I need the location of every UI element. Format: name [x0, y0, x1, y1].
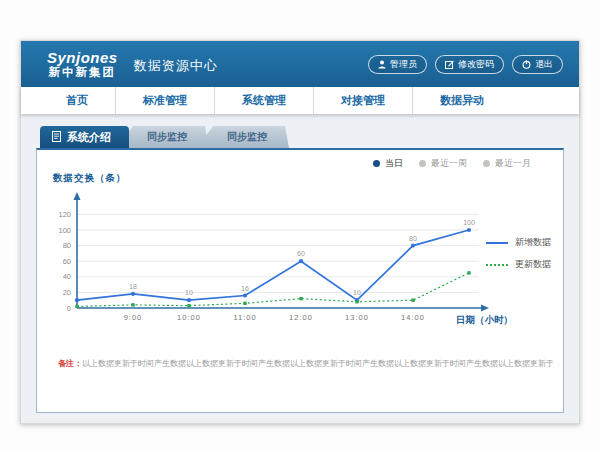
- svg-text:60: 60: [63, 257, 71, 266]
- nav-item-interface-mgmt[interactable]: 对接管理: [313, 87, 412, 114]
- svg-text:0: 0: [67, 304, 71, 313]
- filter-last-week-label: 最近一周: [431, 157, 467, 170]
- svg-text:100: 100: [58, 226, 71, 235]
- time-range-filters: 当日 最近一周 最近一月: [373, 157, 531, 170]
- change-password-label: 修改密码: [458, 58, 494, 71]
- tab-sync-monitor-1[interactable]: 同步监控: [117, 126, 209, 148]
- nav-item-home[interactable]: 首页: [39, 87, 115, 114]
- filter-last-month-label: 最近一月: [495, 157, 531, 170]
- svg-text:20: 20: [63, 288, 71, 297]
- solid-line-icon: [486, 242, 508, 244]
- legend-updated-data: 更新数据: [486, 258, 551, 271]
- tab-sync-monitor-2-label: 同步监控: [227, 130, 267, 144]
- header-actions: 管理员 修改密码 退出: [368, 55, 563, 74]
- app-window: Synjones 新中新集团 数据资源中心 管理员 修改密码 退出: [20, 40, 580, 424]
- svg-text:13:00: 13:00: [345, 313, 369, 322]
- radio-selected-icon: [373, 160, 380, 167]
- nav-item-standard-mgmt[interactable]: 标准管理: [115, 87, 214, 114]
- svg-text:40: 40: [63, 272, 71, 281]
- top-header: Synjones 新中新集团 数据资源中心 管理员 修改密码 退出: [21, 41, 579, 87]
- admin-user-button[interactable]: 管理员: [368, 55, 427, 74]
- footnote: 备注：以上数据更新于时间产生数据以上数据更新于时间产生数据以上数据更新于时间产生…: [58, 358, 553, 369]
- content-area: 系统介绍 同步监控 同步监控 当日 最近一周: [21, 114, 579, 423]
- filter-last-week[interactable]: 最近一周: [419, 157, 467, 170]
- logo-text-cn: 新中新集团: [47, 66, 118, 78]
- svg-text:10: 10: [185, 289, 193, 296]
- radio-unselected-icon: [483, 160, 490, 167]
- footnote-prefix: 备注：: [58, 359, 82, 368]
- nav-item-system-mgmt[interactable]: 系统管理: [214, 87, 313, 114]
- svg-text:日期（小时）: 日期（小时）: [456, 314, 513, 326]
- nav-item-data-change[interactable]: 数据异动: [412, 87, 511, 114]
- tab-sync-monitor-2[interactable]: 同步监控: [197, 126, 289, 148]
- filter-today-label: 当日: [385, 157, 403, 170]
- radio-unselected-icon: [419, 160, 426, 167]
- page-title: 数据资源中心: [134, 53, 218, 75]
- logout-label: 退出: [535, 58, 553, 71]
- document-icon: [52, 131, 61, 144]
- svg-text:10: 10: [353, 289, 361, 296]
- main-nav: 首页 标准管理 系统管理 对接管理 数据异动: [21, 87, 579, 114]
- y-axis-title: 数据交换（条）: [53, 172, 127, 185]
- series-legend: 新增数据 更新数据: [486, 236, 551, 280]
- user-icon: [378, 60, 386, 69]
- edit-icon: [445, 60, 454, 69]
- tab-bar: 系统介绍 同步监控 同步监控: [40, 126, 564, 148]
- chart-panel: 当日 最近一周 最近一月 数据交换（条） 0204060801001209:00…: [36, 148, 564, 413]
- svg-text:16: 16: [241, 285, 249, 292]
- legend-new-data: 新增数据: [486, 236, 551, 249]
- logout-button[interactable]: 退出: [512, 55, 563, 74]
- svg-text:12:00: 12:00: [289, 313, 313, 322]
- admin-user-label: 管理员: [390, 58, 417, 71]
- logo-text-en: Synjones: [47, 50, 118, 66]
- svg-text:14:00: 14:00: [401, 313, 425, 322]
- svg-text:18: 18: [129, 283, 137, 290]
- dotted-line-icon: [486, 264, 508, 266]
- tab-system-intro-label: 系统介绍: [67, 130, 111, 145]
- tab-sync-monitor-1-label: 同步监控: [147, 130, 187, 144]
- company-logo: Synjones 新中新集团: [47, 50, 118, 78]
- svg-text:120: 120: [58, 210, 71, 219]
- svg-text:80: 80: [409, 235, 417, 242]
- line-chart: 0204060801001209:0010:0011:0012:0013:001…: [45, 190, 519, 336]
- svg-text:9:00: 9:00: [124, 313, 143, 322]
- line-chart-svg: 0204060801001209:0010:0011:0012:0013:001…: [45, 190, 519, 332]
- legend-updated-data-label: 更新数据: [515, 258, 551, 271]
- change-password-button[interactable]: 修改密码: [435, 55, 504, 74]
- tab-system-intro[interactable]: 系统介绍: [40, 126, 129, 148]
- filter-last-month[interactable]: 最近一月: [483, 157, 531, 170]
- svg-text:10:00: 10:00: [177, 313, 201, 322]
- footnote-text: 以上数据更新于时间产生数据以上数据更新于时间产生数据以上数据更新于时间产生数据以…: [82, 359, 553, 368]
- svg-text:100: 100: [463, 219, 475, 226]
- power-icon: [522, 60, 531, 69]
- legend-new-data-label: 新增数据: [515, 236, 551, 249]
- svg-text:80: 80: [63, 241, 71, 250]
- filter-today[interactable]: 当日: [373, 157, 403, 170]
- svg-text:60: 60: [297, 250, 305, 257]
- svg-text:11:00: 11:00: [233, 313, 256, 322]
